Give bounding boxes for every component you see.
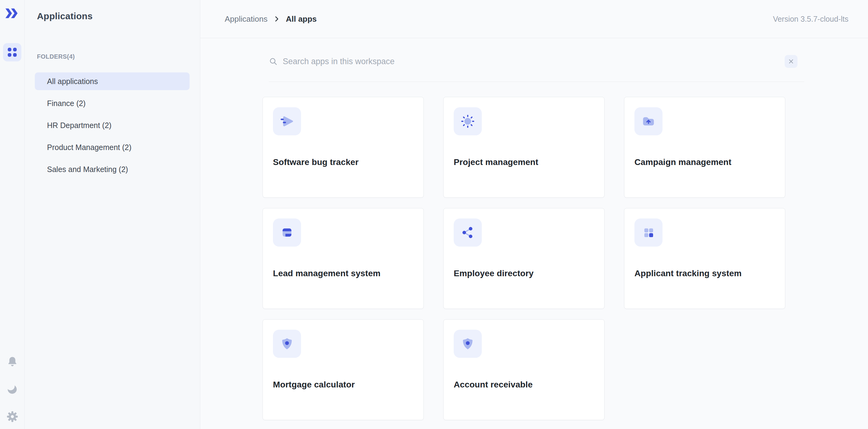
app-icon-tile: [454, 330, 482, 358]
apps-grid-icon: [7, 47, 18, 57]
app-card-grid: Software bug tracker Project management …: [262, 97, 785, 420]
app-card[interactable]: Applicant tracking system: [624, 208, 785, 309]
folder-item[interactable]: All applications: [35, 73, 190, 90]
folder-list: All applications Finance (2) HR Departme…: [25, 73, 200, 182]
app-card-title: Project management: [454, 158, 594, 167]
notifications-bell-icon[interactable]: [7, 356, 18, 367]
app-card-title: Campaign management: [634, 158, 775, 167]
folder-item[interactable]: Sales and Marketing (2): [35, 161, 190, 178]
app-card[interactable]: Software bug tracker: [262, 97, 424, 198]
rail-bottom-group: [6, 356, 19, 423]
version-label: Version 3.5.7-cloud-lts: [773, 15, 848, 24]
app-icon-tile: [273, 330, 301, 358]
app-card-title: Lead management system: [273, 268, 413, 278]
close-icon: [788, 58, 795, 65]
search-icon: [269, 57, 278, 66]
app-card[interactable]: Mortgage calculator: [262, 319, 424, 420]
breadcrumb-current-page: All apps: [286, 15, 317, 24]
tooljet-logo-icon[interactable]: [5, 8, 20, 19]
folder-item-label: Sales and Marketing (2): [47, 165, 128, 174]
app-icon-tile: [273, 219, 301, 247]
folder-item[interactable]: HR Department (2): [35, 116, 190, 134]
breadcrumb-applications-link[interactable]: Applications: [225, 15, 268, 24]
app-card-title: Account receivable: [454, 380, 594, 390]
folder-item-label: All applications: [47, 77, 98, 86]
shield-icon: [460, 336, 475, 351]
main-area: Applications All apps Version 3.5.7-clou…: [200, 0, 868, 429]
app-card[interactable]: Project management: [443, 97, 604, 198]
app-icon-tile: [454, 219, 482, 247]
main-header: Applications All apps Version 3.5.7-clou…: [200, 0, 868, 38]
app-card-title: Applicant tracking system: [634, 268, 775, 278]
rail-apps-button[interactable]: [3, 43, 21, 61]
search-bar: [269, 38, 804, 82]
app-card-title: Software bug tracker: [273, 158, 413, 167]
shield-icon: [279, 336, 294, 351]
folder-item[interactable]: Product Management (2): [35, 138, 190, 156]
grid-icon: [641, 225, 656, 240]
app-card[interactable]: Employee directory: [443, 208, 604, 309]
search-input[interactable]: [283, 57, 785, 66]
folders-sidebar: Applications FOLDERS(4) All applications…: [25, 0, 200, 429]
folder-item-label: Product Management (2): [47, 143, 132, 152]
app-icon-tile: [634, 107, 662, 135]
folder-item[interactable]: Finance (2): [35, 94, 190, 112]
folder-item-label: HR Department (2): [47, 121, 112, 130]
app-card[interactable]: Account receivable: [443, 319, 604, 420]
search-clear-button[interactable]: [785, 55, 798, 68]
app-window: Applications FOLDERS(4) All applications…: [0, 0, 868, 429]
settings-gear-icon[interactable]: [6, 410, 19, 423]
app-icon-tile: [634, 219, 662, 247]
app-icon-tile: [454, 107, 482, 135]
app-card-title: Mortgage calculator: [273, 380, 413, 390]
app-card[interactable]: Lead management system: [262, 208, 424, 309]
share-icon: [460, 225, 475, 240]
layout-icon: [279, 225, 294, 240]
page-title: Applications: [37, 11, 200, 21]
app-card[interactable]: Campaign management: [624, 97, 785, 198]
app-icon-tile: [273, 107, 301, 135]
folder-item-label: Finance (2): [47, 99, 86, 108]
dark-mode-moon-icon[interactable]: [6, 383, 18, 395]
send-icon: [279, 114, 294, 129]
sun-icon: [460, 114, 475, 129]
chevron-right-icon: [273, 15, 280, 23]
apps-content: Software bug tracker Project management …: [200, 38, 868, 429]
left-rail: [0, 0, 25, 429]
folders-count-label: FOLDERS(4): [37, 53, 200, 60]
app-card-title: Employee directory: [454, 268, 594, 278]
breadcrumb: Applications All apps: [225, 15, 317, 24]
folder-upload-icon: [641, 114, 656, 129]
